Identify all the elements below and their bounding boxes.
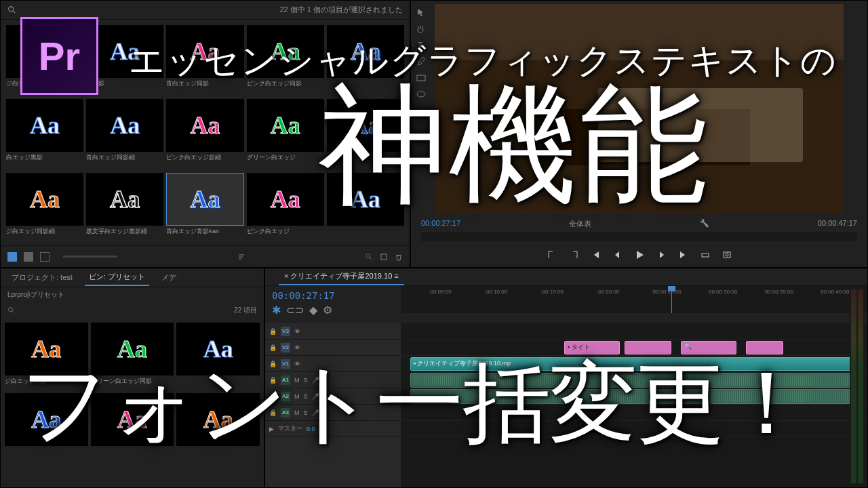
tab-media[interactable]: メデ [157,270,180,285]
preset-item[interactable]: Aaグリーン白エッジ同影 [91,323,174,390]
preset-item[interactable]: Aaピンク白エッジ同影 [247,25,324,96]
ellipse-tool-icon[interactable] [416,89,427,100]
type-tool-icon[interactable]: T [416,40,427,51]
linked-selection-icon[interactable]: ⊂⊃ [286,304,304,317]
preset-item[interactable]: Aaジ白エッジ同影 [5,323,88,390]
export-frame-icon[interactable] [722,250,732,260]
wrench-icon[interactable]: 🔧 [700,219,709,229]
program-monitor: T 00:00:27:17 全体表 🔧 00:00:47:17 [410,0,868,268]
preset-label: 青白エッジ同影細 [86,153,163,162]
preset-item[interactable]: Aa青白エッジ同影細 [86,99,163,170]
audio-clip[interactable] [410,389,854,404]
preset-item[interactable]: Aa [91,393,174,461]
go-to-in-icon[interactable] [591,250,600,260]
svg-rect-4 [381,254,387,260]
panel-footer [1,245,410,267]
premiere-pro-icon: Pr [20,17,98,95]
graphics-clip[interactable] [625,341,671,354]
preset-item[interactable]: Aa [176,323,260,390]
preset-label: グリーン白エッジ同影 [91,377,174,386]
preset-item[interactable]: Aa黒文字白エッジ黒影細 [86,173,163,244]
trash-icon[interactable] [395,253,403,261]
track-a2-header[interactable]: 🔒A2MS🎤 [265,388,401,405]
preset-item[interactable]: Aa青白エッジ同影 [166,25,243,96]
ruler-tick: 00:00:35:00 [765,289,793,295]
svg-point-10 [726,253,728,256]
timeline-timecode[interactable]: 00:00:27:17 [272,290,394,301]
marker-icon[interactable]: ◆ [309,304,317,317]
project-panel: プロジェクト: test ビン: プリセット メデ t.prproj\プリセット… [0,268,264,488]
ruler-tick: 00:00:25:00 [653,289,682,295]
track-v3-header[interactable]: 🔒V3👁 [265,323,401,340]
audio-meters [850,288,865,485]
preset-item[interactable]: Aaピンク白エッジ [247,173,324,244]
lift-icon[interactable] [701,250,710,260]
video-clip[interactable]: ▪ クリエイティブ寺子屋2019.10.mp [410,357,854,371]
timeline-ruler[interactable]: :00:05:00:00:10:00:00:15:00:00:20:0000:0… [401,286,867,313]
audio-clip[interactable] [410,373,854,388]
preset-item[interactable]: Aa白エッジ黒影 [6,99,83,170]
search-icon[interactable] [365,253,373,261]
freeform-view-icon[interactable] [40,252,50,262]
track-v1-header[interactable]: 🔒V1👁 [265,356,401,372]
ruler-tick: :00:15:00 [540,289,563,295]
track-a3-header[interactable]: 🔒A3MS🎤 [265,405,401,421]
settings-icon[interactable]: ⚙ [323,304,332,317]
track-headers: 🔒V3👁 🔒V2👁 🔒V1👁 🔒A1MS🎤 🔒A2MS🎤 🔒A3MS🎤 ▶マスタ… [265,323,401,487]
preset-item[interactable]: Aa [327,173,404,244]
sort-icon[interactable] [237,253,245,261]
transport-controls [411,243,867,267]
step-back-icon[interactable] [612,250,622,260]
go-to-out-icon[interactable] [679,250,688,260]
preset-item[interactable]: Aa [5,393,88,461]
preset-item[interactable]: Aaピンク白エッジ影細 [166,99,243,170]
track-v2-header[interactable]: 🔒V2👁 [265,340,401,356]
new-item-icon[interactable] [380,253,388,261]
program-scrubber[interactable] [421,232,857,241]
tab-project[interactable]: プロジェクト: test [7,270,77,285]
svg-rect-6 [417,75,425,81]
search-icon[interactable] [7,5,17,15]
selection-tool-icon[interactable] [416,7,427,18]
mark-in-icon[interactable] [547,250,557,260]
track-master-header[interactable]: ▶マスター0.0 [265,421,401,437]
list-view-icon[interactable] [7,252,17,262]
svg-point-11 [9,308,13,312]
graphics-clip[interactable] [746,341,783,354]
sequence-tab[interactable]: × クリエイティブ寺子屋2019.10 ≡ [279,268,404,285]
svg-line-1 [13,10,16,13]
pen-tool-icon[interactable] [416,56,427,67]
svg-rect-9 [724,252,730,258]
step-forward-icon[interactable] [657,250,667,260]
icon-view-icon[interactable] [24,252,33,262]
zoom-slider[interactable] [63,256,117,258]
track-content[interactable]: ▪ タイト 🔍 ▪ クリエイティブ寺子屋2019.10.mp [401,323,867,487]
preset-item[interactable]: Aaジ白エッジ同影細 [6,173,83,244]
tab-bin[interactable]: ビン: プリセット [85,269,149,286]
timeline-panel: × クリエイティブ寺子屋2019.10 ≡ 00:00:27:17 ✱ ⊂⊃ ◆… [264,268,868,488]
preset-label: ジ白エッジ同影 [5,377,88,386]
preset-item[interactable]: Aa青白エッジ青影kan [166,173,243,244]
preset-item[interactable]: Aaグリーン白エッジ [247,99,324,170]
play-button[interactable] [634,249,645,260]
preset-label: ピンク白エッジ影細 [166,153,243,162]
preset-item[interactable]: Aa [327,25,404,96]
search-icon[interactable] [7,306,16,314]
hand-tool-icon[interactable] [416,24,427,35]
preset-label: ジ白エッジ同影細 [6,227,83,236]
preset-item[interactable]: Aa [176,393,260,461]
preset-item[interactable]: Aa [327,99,404,170]
mark-out-icon[interactable] [569,250,578,260]
video-preview[interactable] [435,4,844,214]
ruler-tick: 00:00:40:00 [821,289,849,295]
program-timecode[interactable]: 00:00:27:17 [421,219,460,229]
project-breadcrumb[interactable]: t.prproj\プリセット [1,287,264,302]
fit-dropdown[interactable]: 全体表 [569,219,591,229]
graphics-clip[interactable]: 🔍 [681,341,737,354]
track-a1-header[interactable]: 🔒A1MS🎤 [265,372,401,388]
snap-icon[interactable]: ✱ [272,304,281,317]
preset-label: 白エッジ黒影 [6,153,83,162]
graphics-clip[interactable]: ▪ タイト [564,341,620,354]
rectangle-tool-icon[interactable] [416,73,427,83]
ruler-tick: 00:00:30:00 [709,289,737,295]
